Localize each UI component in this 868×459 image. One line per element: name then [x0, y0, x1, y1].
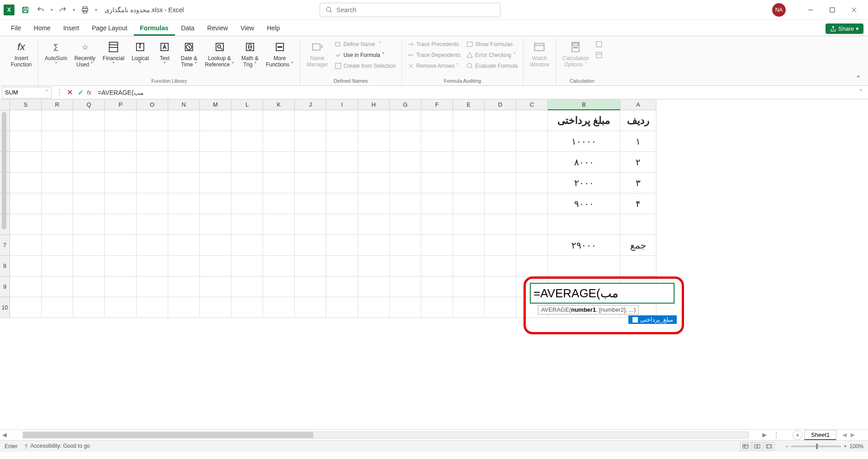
cell[interactable] — [42, 173, 73, 193]
tab-view[interactable]: View — [234, 22, 260, 36]
cell[interactable] — [421, 214, 453, 235]
cell[interactable] — [200, 173, 231, 193]
row-header[interactable]: 7 — [0, 235, 10, 256]
cell[interactable] — [42, 110, 73, 131]
column-header[interactable]: M — [200, 99, 231, 110]
cell[interactable] — [105, 152, 137, 173]
name-manager-button[interactable]: Name Manager — [304, 39, 330, 69]
cell[interactable] — [231, 110, 263, 131]
cell[interactable] — [295, 152, 326, 173]
cell[interactable] — [390, 276, 421, 297]
cell[interactable] — [516, 131, 548, 152]
row-header[interactable]: 8 — [0, 256, 10, 276]
cell[interactable] — [390, 152, 421, 173]
horizontal-scrollbar-thumb[interactable] — [23, 432, 313, 438]
cell[interactable] — [263, 256, 295, 276]
cell[interactable] — [295, 235, 326, 256]
remove-arrows-button[interactable]: Remove Arrows ˅ — [406, 61, 462, 70]
math-trig-button[interactable]: Math & Trig ˅ — [239, 39, 261, 69]
view-normal-button[interactable] — [740, 442, 751, 450]
cell[interactable] — [105, 235, 137, 256]
cell[interactable] — [200, 235, 231, 256]
cell[interactable] — [263, 152, 295, 173]
cell[interactable] — [168, 152, 200, 173]
cell[interactable] — [358, 214, 390, 235]
cell[interactable] — [516, 173, 548, 193]
calc-now-button[interactable] — [594, 40, 604, 49]
cell[interactable] — [263, 173, 295, 193]
cell[interactable] — [390, 173, 421, 193]
cell[interactable] — [421, 173, 453, 193]
tab-page-layout[interactable]: Page Layout — [85, 22, 134, 36]
cell[interactable] — [105, 256, 137, 276]
search-input[interactable] — [336, 6, 495, 14]
cell[interactable] — [73, 235, 105, 256]
cell[interactable] — [516, 214, 548, 235]
zoom-in-icon[interactable]: + — [844, 443, 847, 450]
row-header[interactable]: 10 — [0, 297, 10, 318]
cell[interactable] — [295, 256, 326, 276]
tab-formulas[interactable]: Formulas — [134, 22, 175, 36]
cell[interactable] — [42, 297, 73, 318]
user-avatar[interactable]: NA — [772, 3, 786, 17]
cell[interactable] — [10, 214, 42, 235]
cell[interactable] — [326, 297, 358, 318]
cell[interactable] — [516, 193, 548, 214]
cell[interactable] — [390, 214, 421, 235]
select-all-triangle[interactable] — [0, 99, 10, 110]
cell[interactable] — [516, 235, 548, 256]
zoom-value[interactable]: 100% — [849, 443, 863, 450]
cell[interactable] — [453, 131, 485, 152]
cell[interactable] — [42, 152, 73, 173]
cell[interactable] — [390, 297, 421, 318]
cell[interactable] — [295, 297, 326, 318]
view-page-break-button[interactable] — [764, 442, 774, 450]
cell[interactable] — [231, 131, 263, 152]
cell[interactable] — [326, 214, 358, 235]
undo-icon[interactable] — [35, 5, 46, 15]
cell[interactable] — [200, 110, 231, 131]
zoom-controls[interactable]: − + 100% — [785, 443, 863, 450]
cell[interactable] — [295, 110, 326, 131]
close-button[interactable] — [844, 3, 864, 17]
column-header[interactable]: B — [548, 99, 620, 110]
cell[interactable] — [485, 152, 516, 173]
cell[interactable] — [200, 276, 231, 297]
use-in-formula-button[interactable]: Use in Formula ˅ — [333, 51, 398, 60]
cell[interactable] — [168, 256, 200, 276]
cell[interactable] — [485, 131, 516, 152]
cell[interactable] — [231, 193, 263, 214]
formula-input[interactable]: =AVERAGE(مب — [94, 89, 859, 96]
name-suggestion[interactable]: مبلغ_پرداختی — [628, 315, 677, 324]
cell[interactable]: ۱ — [620, 131, 656, 152]
maximize-button[interactable] — [822, 3, 843, 17]
cell[interactable] — [421, 193, 453, 214]
cell[interactable] — [10, 276, 42, 297]
cell[interactable] — [453, 214, 485, 235]
cancel-formula-icon[interactable]: ✕ — [65, 88, 74, 97]
cell[interactable] — [10, 193, 42, 214]
cell[interactable] — [137, 297, 168, 318]
cell[interactable]: جمع — [620, 235, 656, 256]
zoom-out-icon[interactable]: − — [785, 443, 788, 450]
tab-insert[interactable]: Insert — [57, 22, 85, 36]
cell[interactable] — [421, 131, 453, 152]
cell[interactable] — [42, 131, 73, 152]
cell[interactable] — [231, 276, 263, 297]
cell[interactable] — [421, 276, 453, 297]
cell[interactable] — [168, 276, 200, 297]
cell[interactable] — [358, 235, 390, 256]
column-header[interactable]: S — [10, 99, 42, 110]
cell[interactable] — [485, 297, 516, 318]
view-page-layout-button[interactable] — [752, 442, 763, 450]
column-header[interactable]: Q — [73, 99, 105, 110]
cell[interactable] — [263, 276, 295, 297]
cell[interactable] — [73, 193, 105, 214]
cell[interactable]: ردیف — [620, 110, 656, 131]
cell[interactable] — [453, 193, 485, 214]
cell[interactable] — [421, 297, 453, 318]
minimize-button[interactable] — [800, 3, 821, 17]
cell[interactable] — [358, 152, 390, 173]
cell[interactable] — [42, 214, 73, 235]
column-header[interactable]: P — [105, 99, 137, 110]
